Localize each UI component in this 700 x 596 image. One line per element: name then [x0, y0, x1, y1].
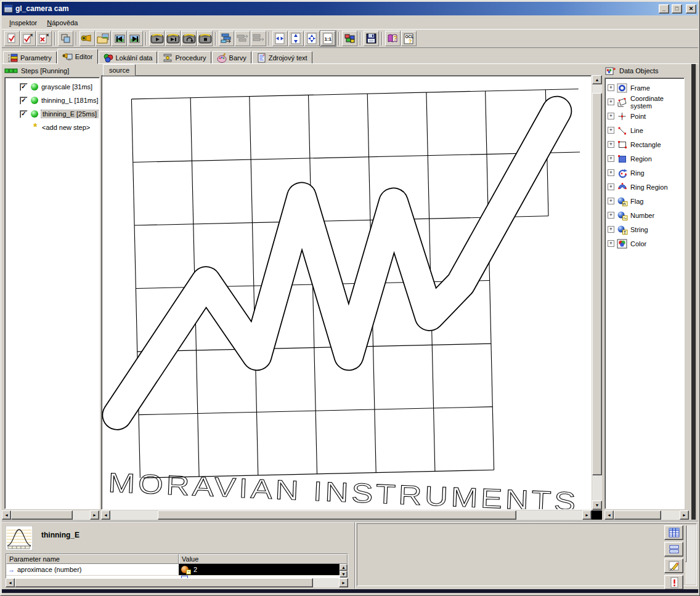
scroll-thumb[interactable] — [158, 510, 516, 520]
table-vscroll-buttons[interactable]: ▲ ▼ — [340, 564, 348, 578]
vcr-step-button[interactable] — [165, 31, 181, 46]
parameter-row-aproximace[interactable]: → aproximace (number) ~ 2 — [6, 564, 348, 575]
prev-image-button[interactable] — [112, 31, 127, 46]
steps-list[interactable]: grayscale [31ms] thinning_L [181ms] thin… — [4, 77, 100, 509]
close-button[interactable]: ✕ — [686, 4, 696, 14]
palette-button[interactable] — [342, 31, 357, 46]
save-button[interactable] — [364, 31, 379, 46]
record-view-button[interactable] — [664, 542, 683, 557]
tree-item-point[interactable]: Point — [605, 109, 684, 123]
step-checkbox[interactable] — [20, 110, 28, 118]
fit-window-button[interactable] — [304, 31, 320, 46]
step-checkbox[interactable] — [20, 83, 28, 91]
titlebar[interactable]: gl_camera cam _ □ ✕ — [2, 2, 698, 15]
ocl-help-button[interactable]: OCL ? — [401, 31, 417, 46]
scroll-thumb[interactable] — [15, 578, 313, 587]
expand-icon[interactable] — [608, 226, 614, 233]
help-button[interactable]: ? — [385, 31, 401, 46]
tree-item-ring[interactable]: Ring — [605, 166, 684, 180]
vcr-stop-button[interactable] — [197, 31, 213, 46]
scroll-right-arrow[interactable]: ► — [680, 510, 689, 520]
data-objects-hscrollbar[interactable]: ◄ ► — [604, 510, 689, 520]
edit-button[interactable] — [664, 558, 683, 573]
tab-procedury[interactable]: Procedury — [158, 51, 211, 64]
tab-editor[interactable]: Editor — [57, 49, 98, 64]
scroll-down-arrow[interactable]: ▼ — [340, 571, 348, 578]
minimize-button[interactable]: _ — [659, 4, 669, 14]
step-row-add-new[interactable]: * <add new step> — [5, 121, 99, 134]
maximize-button[interactable]: □ — [672, 4, 682, 14]
canvas-hscrollbar[interactable]: ◄ ► — [101, 510, 592, 520]
parameter-table[interactable]: Parameter name Value → aproximace (numbe… — [6, 554, 348, 580]
fit-width-button[interactable] — [272, 31, 288, 46]
tree-item-number[interactable]: Number — [605, 208, 684, 222]
tree-item-string[interactable]: T String — [605, 222, 684, 236]
column-value[interactable]: Value — [179, 554, 348, 564]
step-out-button[interactable] — [251, 31, 266, 46]
next-image-button[interactable] — [128, 31, 143, 46]
data-objects-tree[interactable]: Frame Coordinate system Point — [604, 78, 685, 509]
tab-parametry[interactable]: xyw Parametry — [3, 51, 57, 64]
image-canvas[interactable]: MORAVIAN INSTRUMENTS — [101, 75, 592, 510]
tree-item-coordinate-system[interactable]: Coordinate system — [605, 95, 684, 109]
step-row-grayscale[interactable]: grayscale [31ms] — [5, 80, 99, 94]
scroll-right-arrow[interactable]: ► — [339, 578, 348, 587]
scroll-down-arrow[interactable]: ▼ — [592, 501, 602, 510]
scroll-left-arrow[interactable]: ◄ — [6, 578, 15, 587]
scroll-left-arrow[interactable]: ◄ — [2, 510, 11, 520]
column-parameter-name[interactable]: Parameter name — [6, 554, 179, 564]
open-image-button[interactable] — [96, 31, 111, 46]
expand-icon[interactable] — [608, 240, 614, 247]
tree-item-line[interactable]: Line — [605, 123, 684, 137]
table-view-button[interactable] — [664, 525, 683, 540]
menu-inspektor[interactable]: Inspektor — [4, 18, 42, 28]
tree-item-frame[interactable]: Frame — [605, 81, 684, 95]
expand-icon[interactable] — [608, 84, 614, 91]
fit-height-button[interactable] — [288, 31, 304, 46]
scroll-thumb[interactable] — [685, 525, 686, 562]
steps-hscrollbar[interactable]: ◄ ► — [2, 510, 99, 520]
camera-button[interactable] — [79, 31, 95, 46]
menu-napoveda[interactable]: Nápověda — [42, 18, 83, 28]
expand-icon[interactable] — [608, 141, 614, 148]
errors-button[interactable] — [664, 575, 683, 590]
tab-barvy[interactable]: Barvy — [212, 51, 251, 64]
tree-item-region[interactable]: Region — [605, 151, 684, 166]
right-scroll-track[interactable] — [691, 64, 697, 520]
scroll-thumb[interactable] — [614, 510, 661, 520]
expand-icon[interactable] — [608, 183, 614, 190]
expand-icon[interactable] — [608, 198, 614, 204]
inspector-vscrollbar[interactable] — [685, 525, 696, 584]
tab-zdrojovy-text[interactable]: Zdrojový text — [252, 51, 312, 64]
expand-icon[interactable] — [608, 212, 614, 219]
step-row-thinning-e[interactable]: thinning_E [25ms] — [5, 107, 99, 121]
expand-icon[interactable] — [608, 127, 614, 134]
tree-item-ring-region[interactable]: Ring Region — [605, 180, 684, 194]
table-hscrollbar[interactable]: ◄ ► — [6, 578, 348, 587]
scroll-up-arrow[interactable]: ▲ — [592, 75, 602, 84]
expand-icon[interactable] — [608, 99, 614, 105]
tree-item-color[interactable]: Color — [605, 236, 684, 251]
run-check-button[interactable] — [4, 31, 20, 46]
run-check-close-button[interactable]: x — [20, 31, 36, 46]
expand-icon[interactable] — [608, 155, 614, 162]
zoom-actual-button[interactable]: 1:1 — [320, 31, 336, 46]
expand-icon[interactable] — [608, 169, 614, 176]
tree-item-flag[interactable]: Flag — [605, 194, 684, 208]
abort-close-button[interactable]: x — [36, 31, 52, 46]
scroll-left-arrow[interactable]: ◄ — [101, 510, 110, 520]
scroll-right-arrow[interactable]: ► — [582, 510, 592, 520]
scroll-thumb[interactable] — [592, 93, 602, 476]
step-checkbox[interactable] — [20, 97, 28, 105]
tab-source[interactable]: source — [103, 64, 136, 76]
canvas-vscrollbar[interactable]: ▲ ▼ — [592, 75, 602, 510]
scroll-right-arrow[interactable]: ► — [90, 510, 99, 520]
step-over-button[interactable] — [235, 31, 250, 46]
parameter-value-cell[interactable]: ~ 2 — [179, 564, 348, 575]
tree-item-rectangle[interactable]: Rectangle — [605, 137, 684, 151]
step-blocks-button[interactable] — [219, 31, 234, 46]
vcr-loop-button[interactable] — [181, 31, 197, 46]
expand-icon[interactable] — [608, 113, 614, 119]
tab-lokalni-data[interactable]: Lokální data — [99, 51, 158, 64]
scroll-thumb[interactable] — [11, 510, 73, 520]
